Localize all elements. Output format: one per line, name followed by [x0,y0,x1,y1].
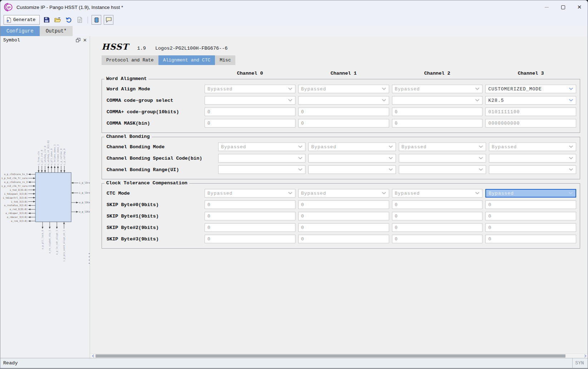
skip-byte-1-9bits-ch2-input [392,212,483,220]
maximize-button[interactable] [555,0,571,14]
scroll-right-icon[interactable] [583,354,588,358]
skip-byte-0-9bits-ch2-input [392,200,483,209]
select-value: Bypassed [301,191,382,196]
ctc-mode-ch0-select: Bypassed [205,189,295,198]
chevron-down-icon [569,88,573,90]
comma-code-group-10bits-label: COMMA+ code-group(10bits) [106,109,202,115]
titlebar: IP Customize IP - Pango HSST (1.9), Inst… [0,0,588,14]
select-value: Bypassed [492,144,569,150]
close-button[interactable]: ✕ [571,0,588,14]
save-button[interactable] [42,16,51,24]
group-title: Channel Bonding [104,134,152,139]
skip-byte-0-9bits-ch1-input [298,200,389,209]
pin-arrow [33,185,35,187]
word-align-mode-ch3-select[interactable]: CUSTOMERIZED_MODE [485,85,576,93]
splitter-handle[interactable] [89,253,90,266]
report-button[interactable] [75,16,84,24]
pin-label: i_free_clk [37,151,40,165]
subtab-bar: Protocol and Rate Alignment and CTC Misc [102,55,579,65]
pin-arrow [29,181,30,183]
group-clock-tolerance-compensation: Clock Tolerance CompensationCTC ModeBypa… [102,183,580,249]
pin-label: o_p_lx_cdr_align_3 [55,230,58,255]
comma-code-group-select-ch0-select [205,96,295,105]
pin-arrow [29,213,30,214]
chevron-down-icon [298,168,303,171]
comma-code-group-10bits-ch3-input[interactable] [485,108,576,116]
subtab-label: Alignment and CTC [163,58,211,63]
pin-label: o_p_pll_lock_0 [41,230,44,249]
form-row: SKIP Byte#3(9bits) [106,235,576,243]
close-panel-icon[interactable]: ✕ [83,38,87,43]
skip-byte-2-9bits-ch2-input [392,223,483,232]
comma-code-group-10bits-ch2-input [392,108,483,116]
scrollbar-track[interactable] [95,354,583,358]
toolbar: Generate [0,14,588,26]
ip-block[interactable] [35,173,71,222]
chevron-down-icon [388,157,393,160]
channel-bonding-range-ui-ch1-select [308,165,396,174]
pin-label: i_tdispsel_3[3:0] [4,193,28,195]
scroll-left-icon[interactable] [90,354,95,358]
comma-code-group-select-ch2-select [392,96,483,105]
ctc-mode-ch3-select[interactable]: Bypassed [485,189,576,198]
pin-arrow [64,170,65,172]
channel-bonding-mode-ch1-select: Bypassed [308,143,396,151]
save-icon [44,17,50,23]
undo-button[interactable] [64,16,73,24]
close-icon: ✕ [577,4,582,10]
subtab-misc[interactable]: Misc [215,55,235,65]
skip-byte-3-9bits-ch3-input [485,235,576,243]
open-button[interactable] [53,16,62,24]
ip-product-name: HSST [102,42,129,51]
pin-label: o_rdisper_3[3:0] [5,212,28,215]
pin-arrow [33,197,35,199]
horizontal-scrollbar[interactable] [90,353,588,358]
ip-version: 1.9 [137,46,146,51]
chevron-down-icon [298,157,303,160]
pin-label: i_wtchdg_clr_0 [44,146,46,165]
pin-arrow [42,227,44,229]
report-icon [77,17,82,23]
channel-2-header: Channel 2 [392,71,483,76]
subtab-protocol-and-rate[interactable]: Protocol and Rate [102,55,158,65]
group-channel-bonding: Channel BondingChannel Bonding ModeBypas… [102,137,580,179]
pin-arrow [29,216,30,218]
comma-code-group-select-ch1-select [298,96,389,105]
skip-byte-1-9bits-ch1-input [298,212,389,220]
pin-arrow [51,166,53,168]
pin-label: o_rxstatus_3[2:0] [4,204,28,207]
chevron-down-icon [288,192,293,195]
comma-mask-bin-ch3-input[interactable] [485,119,576,128]
symbol-view-button[interactable] [92,15,101,25]
channel-bonding-mode-ch2-select: Bypassed [399,143,486,151]
skip-byte-2-9bits-ch3-input [485,223,576,232]
subtab-label: Misc [220,58,231,63]
form-row: COMMA MASK(bin) [106,119,576,128]
float-icon[interactable] [76,38,80,43]
pin-arrow [72,192,73,194]
tab-configure[interactable]: Configure [0,26,40,36]
comment-button[interactable] [104,15,113,25]
chevron-down-icon [569,157,573,160]
pin-label: i_p_l3rxp [79,191,90,194]
chevron-down-icon [382,99,386,102]
word-align-mode-label: Word Align Mode [106,86,202,92]
pin-label: i_p_l3rxn [79,181,90,184]
comma-code-group-10bits-ch0-input [205,108,295,116]
tab-output[interactable]: Output* [40,26,73,36]
select-value: Bypassed [221,144,298,150]
scrollbar-thumb[interactable] [95,354,565,358]
generate-button[interactable]: Generate [4,15,40,25]
symbol-panel: Symbol ✕ i_free_clki_pll_rst_0i_wtchdg_c… [0,36,90,358]
select-value: Bypassed [402,144,479,150]
customize-ip-window: IP Customize IP - Pango HSST (1.9), Inst… [0,0,588,369]
group-title: Word Alignment [104,76,148,81]
minimize-button[interactable] [538,0,555,14]
subtab-alignment-and-ctc[interactable]: Alignment and CTC [158,55,215,65]
select-value: Bypassed [311,144,388,150]
pin-arrow [33,189,35,191]
comma-code-group-select-ch3-select[interactable]: K28.5 [485,96,576,105]
pin-label: i_p_rx3_clk_fr_core [1,185,28,188]
ctc-mode-ch1-select: Bypassed [298,189,389,198]
pin-label: o_pll_done_0 [50,149,53,165]
